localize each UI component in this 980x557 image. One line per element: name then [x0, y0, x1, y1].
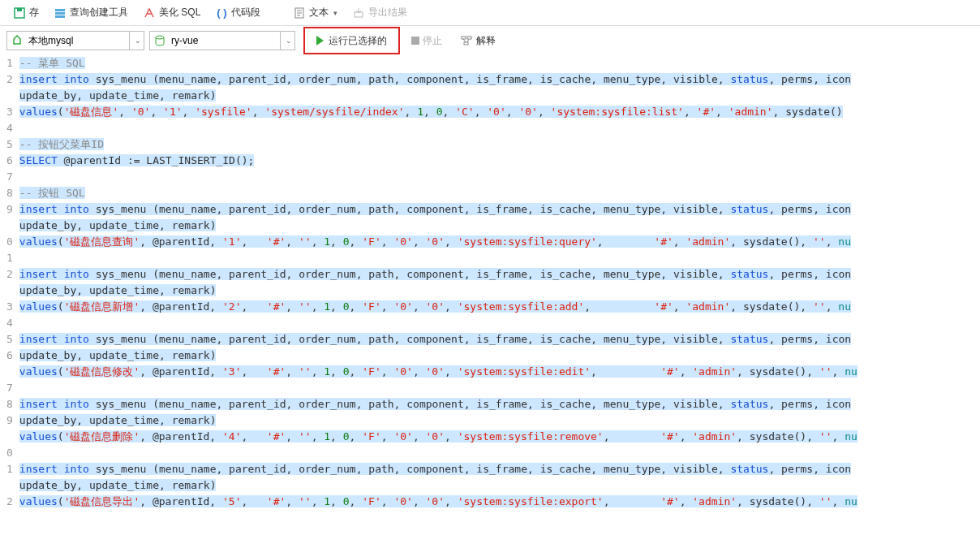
query-builder-icon [54, 6, 67, 19]
sql-editor[interactable]: 1234567890123456789012 -- 菜单 SQLinsert i… [0, 55, 980, 510]
text-label: 文本 [309, 6, 329, 19]
svg-rect-4 [55, 15, 65, 18]
export-label: 导出结果 [368, 6, 407, 19]
svg-rect-1 [17, 8, 22, 11]
save-icon [13, 6, 26, 19]
query-builder-button[interactable]: 查询创建工具 [47, 3, 135, 22]
run-label: 运行已选择的 [329, 34, 387, 48]
save-button[interactable]: 存 [6, 3, 45, 22]
explain-button[interactable]: 解释 [453, 32, 502, 50]
text-icon [293, 6, 306, 19]
svg-rect-11 [462, 37, 466, 39]
connection-icon [11, 34, 24, 47]
code-snippet-label: 代码段 [231, 6, 260, 19]
database-icon [153, 34, 166, 47]
code-snippet-icon: ( ) [215, 6, 228, 19]
svg-rect-2 [55, 9, 65, 11]
beautify-label: 美化 SQL [159, 6, 200, 19]
query-builder-label: 查询创建工具 [70, 6, 128, 19]
stop-button[interactable]: 停止 [405, 32, 449, 50]
database-dropdown-arrow[interactable]: ⌄ [280, 32, 294, 50]
text-button[interactable]: 文本 ▾ [286, 3, 344, 22]
connection-combo[interactable]: ⌄ [6, 31, 144, 50]
main-toolbar: 存 查询创建工具 美化 SQL ( ) 代码段 文本 ▾ 导出结果 [0, 0, 980, 26]
run-button[interactable]: 运行已选择的 [303, 27, 400, 54]
explain-icon [460, 34, 473, 47]
svg-line-14 [463, 39, 466, 42]
params-row: ⌄ ⌄ 运行已选择的 停止 解释 [0, 26, 980, 55]
database-input[interactable] [166, 33, 280, 48]
save-label: 存 [29, 6, 39, 19]
dropdown-arrow-icon: ▾ [333, 9, 337, 17]
code-snippet-button[interactable]: ( ) 代码段 [208, 3, 267, 22]
beautify-button[interactable]: 美化 SQL [136, 3, 207, 22]
svg-line-15 [467, 39, 469, 42]
beautify-icon [143, 6, 156, 19]
code-pane[interactable]: -- 菜单 SQLinsert into sys_menu (menu_name… [19, 55, 980, 510]
explain-label: 解释 [476, 34, 496, 48]
connection-dropdown-arrow[interactable]: ⌄ [129, 32, 144, 50]
svg-rect-13 [464, 42, 468, 45]
export-button[interactable]: 导出结果 [346, 3, 414, 22]
line-gutter: 1234567890123456789012 [0, 55, 19, 510]
svg-rect-3 [55, 12, 65, 15]
stop-icon [411, 37, 419, 45]
export-icon [352, 6, 365, 19]
stop-label: 停止 [423, 34, 442, 48]
svg-rect-12 [467, 37, 471, 39]
svg-point-10 [156, 36, 164, 39]
connection-input[interactable] [24, 33, 129, 48]
play-icon [316, 36, 324, 45]
database-combo[interactable]: ⌄ [149, 31, 295, 50]
